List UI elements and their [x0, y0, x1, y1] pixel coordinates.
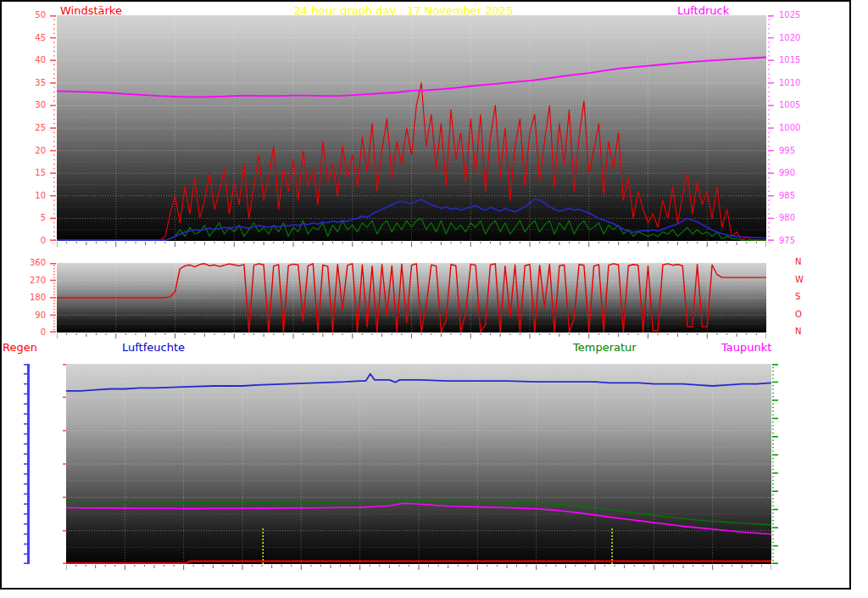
rain-title: Regen	[3, 341, 37, 354]
weather-graph-frame: Windstärke 24 hour graph day : 17 Novemb…	[0, 0, 851, 590]
pressure-axis-label: 1005	[779, 100, 800, 109]
wind-axis-label: 20	[12, 146, 46, 155]
pressure-axis-label: 1000	[779, 123, 800, 132]
pressure-axis-label: 1025	[779, 10, 800, 20]
pressure-axis-label: 990	[779, 168, 795, 177]
wind-direction-chart	[57, 263, 766, 333]
wind-axis-label: 15	[12, 168, 46, 177]
direction-axis-label: 180	[12, 293, 46, 302]
wind-axis-label: 30	[12, 100, 46, 109]
pressure-axis-label: 975	[779, 236, 795, 245]
wind-pressure-chart	[57, 15, 766, 241]
wind-axis-label: 10	[12, 191, 46, 200]
direction-left-axis-ticks	[47, 263, 57, 333]
wind-axis-label: 0	[12, 236, 46, 245]
pressure-right-axis-ticks	[767, 15, 777, 241]
temperature-right-axis-ticks	[771, 364, 778, 564]
dewpoint-title: Taupunkt	[721, 341, 771, 354]
humidity-temperature-chart	[66, 364, 771, 564]
wind-axis-label: 50	[12, 10, 46, 20]
direction-axis-label: 90	[12, 310, 46, 320]
pressure-axis-label: 995	[779, 146, 795, 155]
pressure-axis-label: 1020	[779, 33, 800, 42]
wind-axis-label: 5	[12, 213, 46, 222]
direction-axis-label: 270	[12, 276, 46, 285]
temperature-title: Temperatur	[573, 341, 637, 354]
compass-letter: N	[795, 257, 801, 266]
compass-letter: N	[795, 327, 801, 336]
middle-hour-tick-strip	[57, 333, 766, 339]
humidity-title: Luftfeuchte	[122, 341, 185, 354]
bottom-hour-tick-strip	[66, 565, 771, 571]
direction-axis-label: 0	[12, 327, 46, 337]
rain-inner-axis-ticks	[59, 364, 66, 564]
direction-axis-label: 360	[12, 258, 46, 267]
pressure-axis-label: 985	[779, 191, 795, 200]
compass-letter: O	[795, 310, 802, 319]
wind-axis-label: 45	[12, 33, 46, 42]
top-hour-tick-strip	[57, 242, 766, 248]
weather-graph-page: { "window_title": "24 hour graph day : 1…	[0, 0, 868, 598]
pressure-axis-label: 1010	[779, 78, 800, 87]
humidity-axis-bar	[27, 364, 30, 564]
wind-axis-label: 40	[12, 55, 46, 64]
wind-left-axis-ticks	[47, 15, 57, 241]
wind-axis-label: 35	[12, 78, 46, 87]
humidity-outer-axis-ticks	[20, 364, 27, 564]
compass-letter: W	[795, 275, 804, 284]
pressure-axis-label: 980	[779, 213, 795, 222]
compass-letter: S	[795, 292, 800, 301]
wind-axis-label: 25	[12, 123, 46, 132]
pressure-axis-label: 1015	[779, 55, 800, 64]
